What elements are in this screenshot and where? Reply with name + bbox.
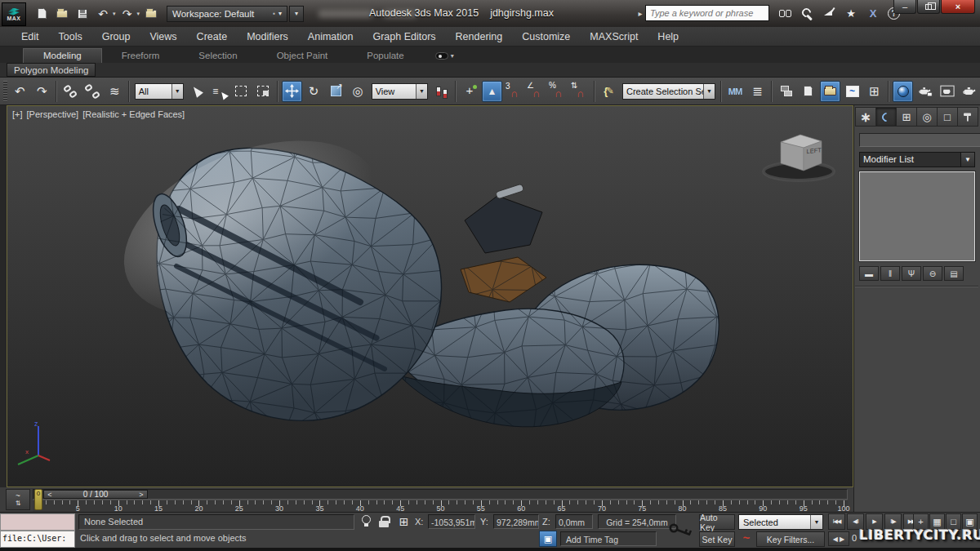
time-slider-track[interactable]: < 0 / 100 > <box>33 489 848 500</box>
menu-help[interactable]: Help <box>648 27 688 47</box>
named-selection-sets-dropdown[interactable]: Create Selection Se ▼ <box>622 83 715 100</box>
close-button[interactable]: × <box>941 0 975 14</box>
open-mini-curve-editor-button[interactable]: ~ ⇅ <box>6 489 30 510</box>
use-pivot-point-center-button[interactable] <box>431 81 452 102</box>
material-editor-button[interactable] <box>893 81 913 102</box>
select-by-name-button[interactable]: ≡ <box>209 81 229 102</box>
workspace-dropdown[interactable]: Workspace: Default ▪ ▾ <box>167 6 287 22</box>
adaptive-degradation-lightbulb-icon[interactable] <box>359 515 372 528</box>
rectangular-selection-region-button[interactable] <box>231 81 252 102</box>
render-production-button[interactable] <box>959 81 979 102</box>
undo-button[interactable]: ↶ <box>94 6 112 22</box>
ribbon-tab-populate[interactable]: Populate <box>347 49 423 63</box>
selection-lock-toggle[interactable] <box>379 516 390 527</box>
ribbon-tab-object-paint[interactable]: Object Paint <box>257 49 348 63</box>
track-bar-ruler[interactable]: 5101520253035404550556065707580859095100 <box>33 500 848 512</box>
configure-modifier-sets-button[interactable]: ▤ <box>944 266 964 281</box>
reference-coordinate-system-dropdown[interactable]: View ▼ <box>372 83 428 100</box>
new-scene-button[interactable] <box>33 6 51 22</box>
menu-maxscript[interactable]: MAXScript <box>580 27 648 47</box>
time-slider-handle[interactable]: < 0 / 100 > <box>43 490 148 499</box>
menu-modifiers[interactable]: Modifiers <box>237 27 298 47</box>
select-and-scale-button[interactable]: ↗ <box>326 81 346 102</box>
menu-animation[interactable]: Animation <box>298 27 363 47</box>
toolbar-grip[interactable] <box>3 81 7 102</box>
search-arrow-icon[interactable]: ▸ <box>635 5 645 21</box>
key-filters-button[interactable]: Key Filters... <box>756 531 825 547</box>
exchange-apps-button[interactable]: X <box>866 6 880 20</box>
key-step-buttons[interactable]: ◀ ▶ <box>828 531 849 546</box>
unlink-selection-button[interactable] <box>82 81 103 102</box>
manage-layers-button[interactable] <box>776 81 796 102</box>
scene-redo-button[interactable]: ↷ <box>32 81 52 102</box>
window-crossing-toggle-button[interactable] <box>253 81 274 102</box>
tab-modify[interactable] <box>875 107 896 127</box>
object-name-field[interactable] <box>859 133 980 147</box>
snaps-toggle-button[interactable]: 3∩ <box>504 81 524 102</box>
modifier-list-dropdown[interactable]: Modifier List ▼ <box>859 152 975 167</box>
key-tangents-icon[interactable]: ~ <box>739 531 754 546</box>
favorites-button[interactable]: ★ <box>844 6 858 20</box>
isolate-selection-toggle[interactable]: ▣ <box>539 531 557 547</box>
absolute-mode-transform-toggle[interactable]: ⊞ <box>397 515 411 529</box>
ribbon-tab-modeling[interactable]: Modeling <box>23 48 102 63</box>
go-to-start-button[interactable]: I◀◀ <box>828 513 845 530</box>
current-frame-marker[interactable]: 0 <box>34 489 42 510</box>
select-object-button[interactable] <box>187 81 207 102</box>
menu-views[interactable]: Views <box>140 27 186 47</box>
maxscript-macro-recorder-pane[interactable] <box>0 513 75 531</box>
add-time-tag-field[interactable]: Add Time Tag <box>560 531 657 546</box>
search-input[interactable] <box>645 5 769 21</box>
menu-group[interactable]: Group <box>92 27 140 47</box>
curve-editor-button[interactable]: ~ <box>842 81 862 102</box>
menu-edit[interactable]: Edit <box>11 27 49 47</box>
menu-tools[interactable]: Tools <box>49 27 92 47</box>
maxscript-mini-listener[interactable]: file:C:\User: <box>0 531 75 548</box>
toggle-layer-explorer-button[interactable] <box>798 81 818 102</box>
spinner-snap-toggle-button[interactable]: ⇅∩ <box>570 81 590 102</box>
selection-filter-dropdown[interactable]: All ▼ <box>135 83 184 100</box>
select-and-place-button[interactable] <box>460 81 480 102</box>
ribbon-collapse-control[interactable]: ▾ <box>435 52 454 60</box>
keyboard-shortcut-override-toggle[interactable]: ▲ <box>482 81 502 102</box>
pin-stack-button[interactable]: ▬ <box>859 266 879 281</box>
set-key-button[interactable]: Set Key <box>699 531 735 547</box>
redo-button[interactable]: ↷ <box>118 6 136 22</box>
align-button[interactable]: ≣ <box>747 81 768 102</box>
percent-snap-toggle-button[interactable]: %∩ <box>548 81 568 102</box>
key-mode-dropdown[interactable]: Selected ▼ <box>738 514 823 530</box>
bind-to-space-warp-button[interactable]: ≋ <box>105 81 125 102</box>
tab-create[interactable]: ∗ <box>855 107 875 127</box>
tab-motion[interactable]: ◎ <box>916 107 937 127</box>
rendered-frame-window-button[interactable] <box>937 81 957 102</box>
toggle-scene-explorer-button[interactable] <box>820 81 840 102</box>
select-and-link-button[interactable] <box>60 81 81 102</box>
application-menu-button[interactable]: MAX <box>2 2 26 26</box>
show-end-result-button[interactable]: ‖ <box>880 266 900 281</box>
workspace-extra-button[interactable]: ▾ <box>289 6 304 22</box>
scene-undo-button[interactable]: ↶ <box>10 81 30 102</box>
y-coordinate-field[interactable]: 972,289mm <box>493 514 539 529</box>
make-unique-button[interactable]: Ψ <box>902 266 921 281</box>
select-and-rotate-button[interactable]: ↻ <box>304 81 324 102</box>
select-and-move-button[interactable] <box>282 81 302 102</box>
render-setup-button[interactable] <box>915 81 935 102</box>
save-file-button[interactable] <box>74 6 91 22</box>
restore-button[interactable] <box>917 0 940 14</box>
angle-snap-toggle-button[interactable]: ∠∩ <box>526 81 546 102</box>
tab-display[interactable]: □ <box>937 107 957 127</box>
next-frame-arrow[interactable]: > <box>136 491 147 499</box>
subscription-button[interactable] <box>800 6 814 20</box>
set-keys-button[interactable] <box>666 513 697 546</box>
previous-frame-arrow[interactable]: < <box>44 491 56 499</box>
tab-polygon-modeling[interactable]: Polygon Modeling <box>7 63 96 77</box>
menu-graph-editors[interactable]: Graph Editors <box>363 27 445 47</box>
edit-named-selection-sets-button[interactable]: {✎ <box>599 81 619 102</box>
menu-rendering[interactable]: Rendering <box>446 27 513 47</box>
remove-modifier-button[interactable]: ⊖ <box>923 266 942 281</box>
menu-create[interactable]: Create <box>187 27 238 47</box>
open-file-button[interactable] <box>53 6 71 22</box>
menu-customize[interactable]: Customize <box>512 27 580 47</box>
mirror-button[interactable]: MM <box>725 81 746 102</box>
select-and-manipulate-button[interactable]: ◎ <box>348 81 368 102</box>
